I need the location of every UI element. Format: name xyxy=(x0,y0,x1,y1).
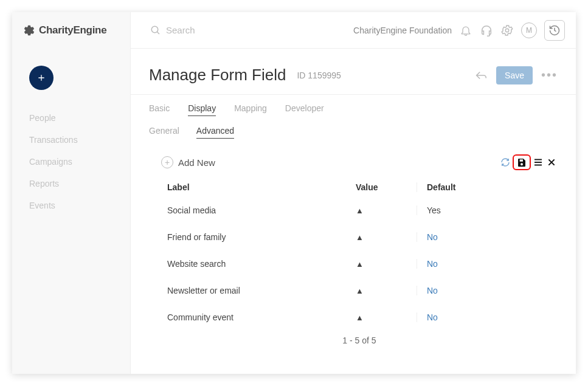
more-menu-icon[interactable]: ••• xyxy=(541,68,558,82)
tab-display[interactable]: Display xyxy=(188,103,216,116)
add-fab-button[interactable] xyxy=(29,66,54,90)
list-icon[interactable] xyxy=(532,156,544,168)
cell-label: Website search xyxy=(167,259,356,269)
toolbar-row: + Add New xyxy=(161,154,558,170)
search-icon xyxy=(150,25,161,36)
brand-name: CharityEngine xyxy=(39,24,106,36)
cell-value: ▲ xyxy=(356,205,417,215)
warning-icon: ▲ xyxy=(356,233,364,242)
svg-line-1 xyxy=(157,32,159,34)
sidebar: CharityEngine People Transactions Campai… xyxy=(12,12,131,374)
sidebar-item-transactions[interactable]: Transactions xyxy=(29,129,130,151)
plus-icon xyxy=(36,73,46,83)
table-header: Label Value Default xyxy=(161,177,558,197)
cell-default[interactable]: No xyxy=(417,312,489,322)
cell-default[interactable]: No xyxy=(417,286,489,295)
avatar[interactable]: M xyxy=(521,22,537,38)
cell-label: Newsletter or email xyxy=(167,286,356,295)
warning-icon: ▲ xyxy=(356,313,364,322)
search-input[interactable] xyxy=(166,25,346,35)
table-row: Community event ▲ No xyxy=(161,304,558,331)
tab-developer[interactable]: Developer xyxy=(285,103,324,116)
tab-general[interactable]: General xyxy=(149,126,179,139)
cell-value: ▲ xyxy=(356,286,417,295)
col-header-value: Value xyxy=(356,182,417,192)
page-title: Manage Form Field xyxy=(149,66,286,84)
table-row: Newsletter or email ▲ No xyxy=(161,277,558,304)
svg-point-0 xyxy=(151,26,158,33)
table-row: Friend or family ▲ No xyxy=(161,224,558,250)
svg-point-2 xyxy=(505,29,509,32)
notifications-icon[interactable] xyxy=(459,24,472,37)
sidebar-item-events[interactable]: Events xyxy=(29,195,130,216)
warning-icon: ▲ xyxy=(356,206,364,215)
topbar: CharityEngine Foundation M xyxy=(131,12,576,49)
back-arrow-icon[interactable] xyxy=(474,69,488,82)
search-wrap xyxy=(142,25,346,36)
headset-icon[interactable] xyxy=(480,24,493,37)
toolbar-icons xyxy=(499,154,558,170)
main: CharityEngine Foundation M Manage Form F… xyxy=(131,12,576,374)
add-new-button[interactable]: + Add New xyxy=(161,156,215,168)
add-new-label: Add New xyxy=(178,157,215,168)
plus-circle-icon: + xyxy=(161,156,173,168)
gear-icon xyxy=(23,24,35,36)
cell-value: ▲ xyxy=(356,259,417,269)
history-button[interactable] xyxy=(544,20,565,41)
cell-label: Friend or family xyxy=(167,232,356,242)
record-id: ID 1159995 xyxy=(297,71,341,80)
cell-default[interactable]: No xyxy=(417,259,489,269)
tab-mapping[interactable]: Mapping xyxy=(234,103,267,116)
sidebar-item-people[interactable]: People xyxy=(29,107,130,129)
save-disk-icon[interactable] xyxy=(516,156,528,168)
pagination: 1 - 5 of 5 xyxy=(161,331,558,350)
refresh-icon[interactable] xyxy=(499,156,511,168)
primary-tabs: Basic Display Mapping Developer xyxy=(131,95,576,121)
content: + Add New xyxy=(131,147,576,362)
warning-icon: ▲ xyxy=(356,260,364,269)
org-name: CharityEngine Foundation xyxy=(353,26,452,35)
cell-default[interactable]: No xyxy=(417,232,489,242)
sidebar-item-campaigns[interactable]: Campaigns xyxy=(29,151,130,173)
col-header-default: Default xyxy=(417,182,489,192)
page-header: Manage Form Field ID 1159995 Save ••• xyxy=(131,49,576,95)
highlight-save xyxy=(513,154,531,170)
brand-logo: CharityEngine xyxy=(12,12,130,49)
settings-icon[interactable] xyxy=(500,24,514,37)
cell-label: Community event xyxy=(167,312,356,322)
cell-default: Yes xyxy=(417,205,489,215)
sidebar-nav: People Transactions Campaigns Reports Ev… xyxy=(12,107,130,216)
close-icon[interactable] xyxy=(545,156,558,168)
sidebar-item-reports[interactable]: Reports xyxy=(29,173,130,195)
table-row: Website search ▲ No xyxy=(161,250,558,277)
save-button[interactable]: Save xyxy=(496,66,533,84)
tab-basic[interactable]: Basic xyxy=(149,103,170,116)
cell-value: ▲ xyxy=(356,232,417,242)
tab-advanced[interactable]: Advanced xyxy=(196,126,234,139)
warning-icon: ▲ xyxy=(356,286,364,295)
table-row: Social media ▲ Yes xyxy=(161,197,558,224)
col-header-label: Label xyxy=(167,182,356,192)
cell-value: ▲ xyxy=(356,312,417,322)
secondary-tabs: General Advanced xyxy=(131,121,576,147)
cell-label: Social media xyxy=(167,205,356,215)
